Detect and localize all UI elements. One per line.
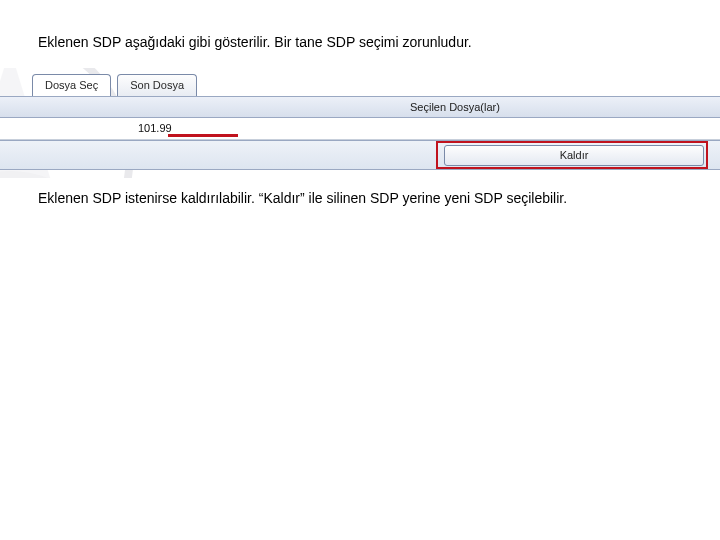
table-cell-value: 101.99 xyxy=(138,122,172,134)
action-bar: Kaldır xyxy=(0,140,720,170)
tab-last-file[interactable]: Son Dosya xyxy=(117,74,197,96)
table-row[interactable]: 101.99 xyxy=(0,118,720,140)
caption-top: Eklenen SDP aşağıdaki gibi gösterilir. B… xyxy=(38,34,472,50)
tab-bar: Dosya Seç Son Dosya xyxy=(32,74,197,96)
table-header-row: Seçilen Dosya(lar) xyxy=(0,96,720,118)
remove-button[interactable]: Kaldır xyxy=(444,145,704,166)
screenshot-panel: Dosya Seç Son Dosya Seçilen Dosya(lar) 1… xyxy=(0,68,720,178)
caption-bottom: Eklenen SDP istenirse kaldırılabilir. “K… xyxy=(38,190,567,206)
column-header-selected-files: Seçilen Dosya(lar) xyxy=(410,101,500,113)
highlight-underline xyxy=(168,134,238,137)
tab-select-file[interactable]: Dosya Seç xyxy=(32,74,111,96)
